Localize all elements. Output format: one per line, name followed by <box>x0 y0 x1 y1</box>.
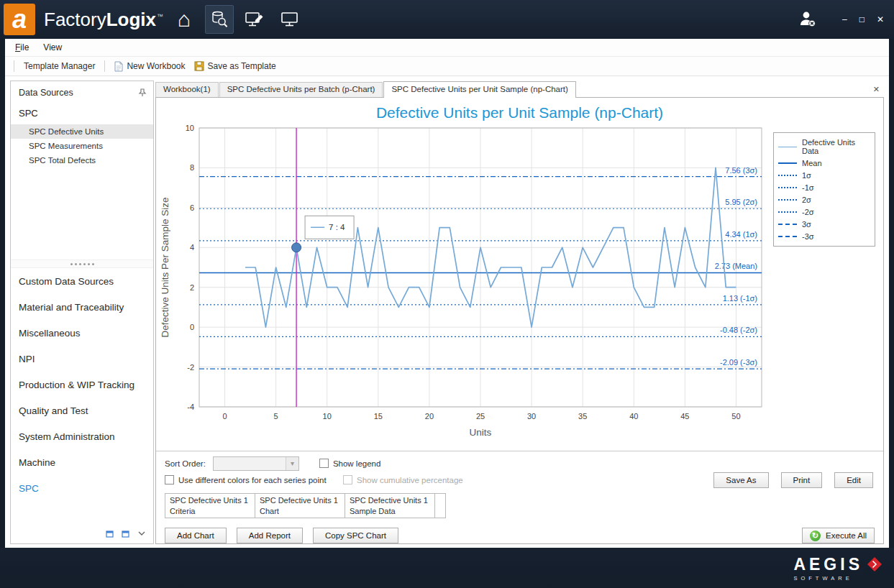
menu-file[interactable]: File <box>15 42 29 52</box>
different-colors-checkbox[interactable]: Use different colors for each series poi… <box>165 475 327 484</box>
svg-text:4: 4 <box>190 243 194 252</box>
copy-spc-chart-button[interactable]: Copy SPC Chart <box>313 528 398 543</box>
window-controls: – □ ✕ <box>842 14 884 24</box>
designer-icon[interactable] <box>240 5 269 34</box>
sidebar-item-spc-category[interactable]: SPC <box>11 475 153 501</box>
menu-view[interactable]: View <box>43 42 62 52</box>
sidebar-item-production-wip-tracking[interactable]: Production & WIP Tracking <box>11 372 153 398</box>
sidebar-item-spc-defective-units[interactable]: SPC Defective Units <box>11 124 153 139</box>
chart-legend: Defective Units Data Mean 1σ -1σ 2σ -2σ … <box>773 132 875 247</box>
legend-entry: 3σ <box>778 220 870 229</box>
svg-text:6: 6 <box>190 203 194 212</box>
np-chart-canvas[interactable]: 7.56 (3σ)5.95 (2σ)4.34 (1σ)2.73 (Mean)1.… <box>158 122 773 446</box>
save-as-template-button[interactable]: Save as Template <box>190 58 280 74</box>
sidebar-item-miscellaneous[interactable]: Miscellaneous <box>11 320 153 346</box>
brand-logix: Logix <box>106 9 156 30</box>
svg-text:8: 8 <box>190 163 194 172</box>
pin-icon[interactable] <box>138 88 147 97</box>
svg-text:35: 35 <box>578 412 587 421</box>
tab-np-chart[interactable]: SPC Defective Units per Unit Sample (np-… <box>383 81 575 98</box>
sidebar-item-custom-data-sources[interactable]: Custom Data Sources <box>11 268 153 294</box>
data-explorer-icon[interactable] <box>205 5 234 34</box>
legend-line-sample <box>778 147 797 147</box>
user-logout-icon[interactable] <box>793 5 822 34</box>
legend-label: Mean <box>802 159 822 167</box>
legend-line-sample <box>778 199 797 201</box>
toolbar-separator <box>14 60 14 72</box>
legend-label: 3σ <box>802 220 811 229</box>
legend-line-sample <box>778 175 797 176</box>
legend-label: -2σ <box>802 208 814 216</box>
sidebar-item-spc-measurements[interactable]: SPC Measurements <box>11 139 153 153</box>
database-search-icon <box>210 10 229 29</box>
windows-stack-icon[interactable] <box>106 529 115 538</box>
new-workbook-button[interactable]: New Workbook <box>110 58 189 74</box>
print-button[interactable]: Print <box>781 472 823 488</box>
sidebar-footer <box>11 529 153 543</box>
aegis-diamond-icon <box>867 556 882 572</box>
home-icon[interactable]: ⌂ <box>170 5 199 34</box>
svg-text:Units: Units <box>470 427 492 438</box>
sidebar-splitter-handle[interactable] <box>11 259 153 268</box>
sidebar-item-spc-total-defects[interactable]: SPC Total Defects <box>11 153 153 167</box>
svg-text:7 : 4: 7 : 4 <box>329 223 345 231</box>
svg-text:-2: -2 <box>187 363 194 372</box>
save-as-template-label: Save as Template <box>208 61 276 71</box>
template-manager-button[interactable]: Template Manager <box>19 58 99 74</box>
tab-criteria[interactable]: SPC Defective Units 1 Criteria <box>165 493 255 518</box>
sidebar-item-machine[interactable]: Machine <box>11 449 153 475</box>
menubar: File View <box>5 39 889 57</box>
sidebar-item-quality-and-test[interactable]: Quality and Test <box>11 398 153 423</box>
chart-document-panel: Defective Units per Unit Sample (np-Char… <box>155 97 884 544</box>
svg-text:-2.09 (-3σ): -2.09 (-3σ) <box>720 358 757 367</box>
svg-text:50: 50 <box>731 412 740 421</box>
close-document-icon[interactable]: ✕ <box>869 85 884 97</box>
legend-label: -3σ <box>802 232 814 241</box>
minimize-button[interactable]: – <box>842 14 847 24</box>
legend-line-sample <box>778 236 797 237</box>
chart-title: Defective Units per Unit Sample (np-Char… <box>156 98 883 122</box>
svg-text:10: 10 <box>323 412 332 421</box>
checkbox-box <box>165 475 174 484</box>
svg-text:15: 15 <box>374 412 383 421</box>
legend-label: 1σ <box>802 171 811 180</box>
svg-text:7.56 (3σ): 7.56 (3σ) <box>725 166 757 175</box>
execute-all-button[interactable]: ↻ Execute All <box>802 528 875 543</box>
tab-sample-data[interactable]: SPC Defective Units 1 Sample Data <box>345 493 435 518</box>
chevron-down-icon[interactable] <box>137 530 146 536</box>
aegis-footer-logo: AEGIS SOFTWARE <box>793 555 882 582</box>
edit-button[interactable]: Edit <box>834 472 873 488</box>
brand-factory: Factory <box>44 9 106 30</box>
sidebar-item-npi[interactable]: NPI <box>11 346 153 372</box>
show-legend-checkbox[interactable]: Show legend <box>319 459 381 468</box>
windows-stack-icon[interactable] <box>122 529 131 538</box>
execute-all-label: Execute All <box>826 531 867 540</box>
maximize-button[interactable]: □ <box>859 14 865 24</box>
monitor-icon[interactable] <box>275 5 304 34</box>
new-workbook-label: New Workbook <box>127 61 185 71</box>
legend-label: -1σ <box>802 183 814 192</box>
tab-p-chart[interactable]: SPC Defective Units per Batch (p-Chart) <box>219 82 383 97</box>
different-colors-label: Use different colors for each series poi… <box>178 476 327 484</box>
aegis-app-logo: a <box>4 4 35 35</box>
svg-text:5.95 (2σ): 5.95 (2σ) <box>725 198 757 206</box>
svg-text:Defective Units Per Sample Siz: Defective Units Per Sample Size <box>160 197 170 337</box>
app-frame: File View Template Manager New Workbook … <box>5 39 889 548</box>
tab-chart[interactable]: SPC Defective Units 1 Chart <box>255 493 345 518</box>
sidebar-item-system-administration[interactable]: System Administration <box>11 423 153 449</box>
add-report-button[interactable]: Add Report <box>237 528 303 543</box>
legend-entry: 2σ <box>778 196 870 204</box>
sidebar-group-spc[interactable]: SPC <box>11 101 153 124</box>
spc-subtabs: SPC Defective Units 1 Criteria SPC Defec… <box>156 490 883 518</box>
tab-workbook[interactable]: Workbook(1) <box>155 82 219 97</box>
toolbar-separator <box>104 60 105 72</box>
new-workbook-icon <box>114 61 123 72</box>
sidebar-item-material-and-traceability[interactable]: Material and Traceability <box>11 294 153 320</box>
save-as-button[interactable]: Save As <box>713 472 768 488</box>
screen-edit-icon <box>245 10 265 29</box>
add-chart-button[interactable]: Add Chart <box>165 528 227 543</box>
close-button[interactable]: ✕ <box>877 14 884 24</box>
svg-text:1.13 (-1σ): 1.13 (-1σ) <box>723 294 757 303</box>
toolbar: Template Manager New Workbook Save as Te… <box>5 57 889 76</box>
legend-line-sample <box>778 211 797 213</box>
